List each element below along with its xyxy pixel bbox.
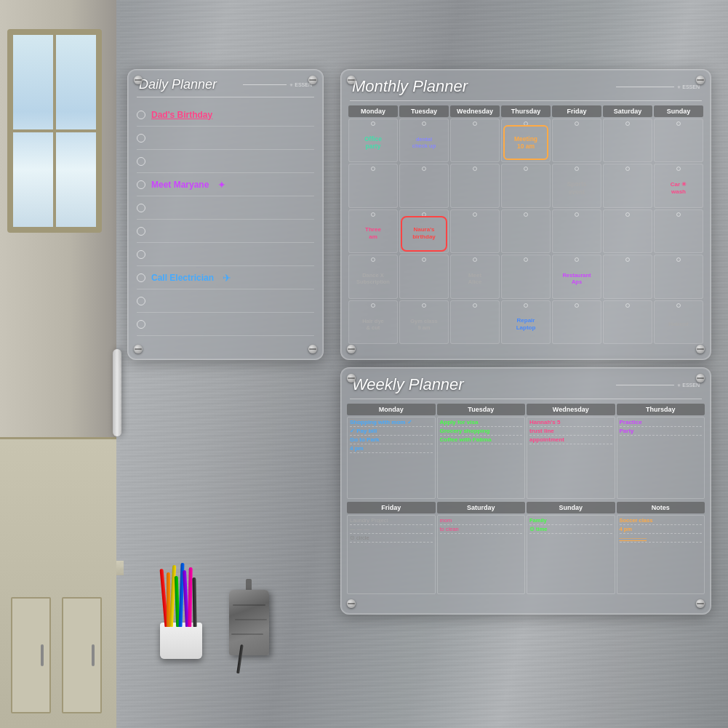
cell-text-haircut: Haircut [668,321,689,328]
marker-black [192,577,196,627]
check-circle-9 [137,297,145,305]
month-cell-1-1: Officeparty [348,119,398,162]
check-circle-6 [137,227,145,236]
daily-row-2 [137,127,314,150]
weekly-item-visa: Apply for visa [440,419,523,427]
weekly-wed: Wednesday [527,404,615,415]
month-cell-2-4 [501,164,551,207]
cell-dot [422,303,426,308]
cell-dot [422,212,426,217]
month-cell-2-5: Sportsevent [552,164,601,207]
month-cell-1-4: Meeting10 am [501,119,551,162]
cabinet-handle2 [92,644,95,666]
monthly-screw-br [696,345,705,353]
monthly-logo: ✳ ESSEN [677,84,700,89]
cabinet [0,437,116,728]
weekly-fri-1: Laundry Project [350,517,433,525]
daily-row-9 [137,289,314,313]
cloth-fold-2 [235,619,267,620]
weekly-item-grocery: Grocery shopping [440,428,523,436]
marker-cup [160,623,202,659]
weekly-bottom-headers: Friday Saturday Sunday Notes [341,499,711,513]
cell-dot [676,257,681,262]
window [7,29,102,233]
month-body: Officeparty dentalcheck up Meeting10 am [348,119,703,344]
weekly-top-content: Shopping with mom ✓ ✓ Pay bill Go to Par… [341,415,711,499]
month-cell-4-5: RestaurantAps [552,255,601,298]
check-circle-4 [137,180,145,189]
daily-row-1: Dad's Birthday [137,103,314,127]
weekly-item-shopping: Shopping with mom ✓ [350,419,433,427]
weekly-planner-board: Weekly Planner ✳ ESSEN Monday Tuesday We… [340,367,711,615]
daily-item-4: Meet Maryane [151,180,209,190]
weekly-item-coffee: Coffee with Fatima [440,436,523,444]
weekly-title: Weekly Planner [352,375,464,394]
screw-bl [134,345,143,353]
month-cell-5-7: Haircut [654,300,703,344]
weekly-fri: Friday [347,502,436,513]
weekly-tue-content: Apply for visa Grocery shopping Coffee w… [437,417,526,499]
daily-row-5 [137,196,314,220]
weekly-item-pay: ✓ Pay bill [350,428,433,436]
month-cell-2-6 [603,164,652,207]
cell-text-repair: RepairLaptop [516,317,536,331]
cell-dot [575,212,579,217]
month-cell-3-5 [552,209,601,253]
day-wed: Wednesday [450,105,500,117]
weekly-fri-content: Laundry Project — — — ⊙ circle [347,515,436,594]
cell-dot [676,121,681,126]
cell-text-restaurant: RestaurantAps [562,272,591,285]
cell-text-meet-alice: MeetAlice [468,272,481,286]
cloth-area [225,579,273,663]
cell-dot [676,167,681,171]
room-wall [0,0,116,728]
cell-dot [524,167,528,171]
weekly-screw-tr [696,374,705,383]
cell-dot [575,257,579,262]
month-cell-5-3 [450,300,500,344]
monthly-title-right: ✳ ESSEN [616,84,700,89]
month-cell-3-7 [654,209,703,253]
daily-items-list: Dad's Birthday Meet Maryane ✦ Call Elect… [128,100,323,339]
weekly-header: Weekly Planner ✳ ESSEN [341,368,711,399]
daily-planner-title: Daily Planner [139,77,217,92]
month-cell-2-3 [450,164,500,207]
cell-dot [575,121,579,126]
weekly-wed-content: Hannah's 5 trust line appointment [527,417,615,499]
cell-dot [524,121,528,126]
weekly-screw-bl [347,599,356,608]
cell-dot [371,303,375,308]
daily-logo: ✳ ESSEN [289,82,312,87]
marker-pink [188,567,192,627]
month-cell-3-2: Naura'sbirthday [399,209,449,253]
weekly-fri-2: — — — [350,526,433,534]
day-tue: Tuesday [399,105,449,117]
electrician-star: ✈ [223,272,231,284]
monthly-screw-bl [347,345,356,353]
cell-text-car-wash: Car ✳wash [671,181,687,195]
month-cell-4-6 [603,255,652,298]
cabinet-door-left [11,597,51,713]
markers-area [149,546,222,659]
cabinet-handle [41,644,44,666]
month-cell-5-2: Gym class9 am [399,300,449,344]
day-fri: Friday [552,105,601,117]
cell-dot [575,167,579,171]
cell-text-meeting: Meeting10 am [514,135,537,150]
weekly-notes-3: ————— [620,535,703,543]
cell-dot [524,257,528,262]
month-cell-2-7: Car ✳wash [654,164,703,207]
cell-dot [676,212,681,217]
weekly-item-4pm: 4 pm [350,445,433,453]
daily-row-7 [137,243,314,266]
cell-dot [625,257,630,262]
day-mon: Monday [348,105,398,117]
weekly-notes: Notes [617,502,705,513]
cell-text-gym: Gym class9 am [410,318,438,331]
daily-item-8: Call Electrician [151,273,214,283]
weekly-item-w1: Hannah's 5 [529,419,612,427]
check-circle-10 [137,320,145,329]
month-cell-4-1: Dance XSubscription [348,255,398,298]
weekly-mon-content: Shopping with mom ✓ ✓ Pay bill Go to Par… [347,417,436,499]
month-cell-4-7 [654,255,703,298]
